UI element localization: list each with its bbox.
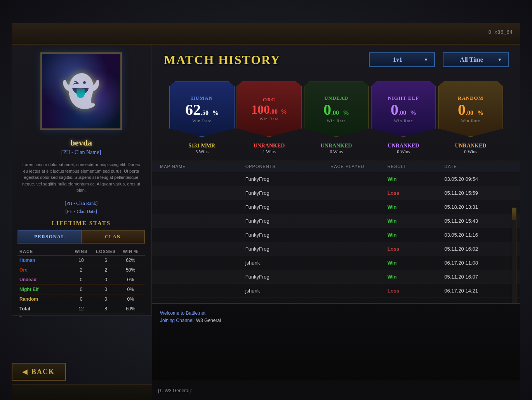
col-race-played: RACE PLAYED — [330, 164, 387, 169]
match-map — [160, 232, 245, 238]
losses-cell: 0 — [94, 277, 118, 282]
match-race — [330, 218, 387, 224]
match-date: 05.11.20 16:07 — [444, 274, 513, 280]
stats-rows-container: Human 10 6 62% Orc 2 2 50% Undead 0 0 0%… — [17, 256, 145, 314]
col-map: MAP NAME — [160, 164, 245, 169]
banner-rate-decimal: .00 — [270, 108, 278, 115]
chat-text: Welcome to Battle.net Joining Channel: W… — [152, 304, 520, 330]
tab-clan[interactable]: CLAN — [81, 230, 144, 243]
banner-pct-symbol: % — [343, 109, 349, 116]
version-label: 0 x86_64 — [488, 29, 513, 35]
banner-win-label: Win Rate — [327, 118, 346, 123]
right-panel: MATCH HISTORY 1v1 ▼ All Time ▼ HUMAN 62.… — [152, 45, 520, 316]
losses-cell: 6 — [94, 258, 118, 263]
banner-rate-decimal: .00 — [466, 109, 473, 116]
player-name: bevda — [12, 138, 151, 148]
winpct-cell: 62% — [118, 258, 143, 263]
scrollbar-thumb[interactable] — [512, 208, 516, 220]
player-bio: Lorem ipsum dolor sit amet, consectetur … — [12, 156, 151, 199]
match-map — [160, 218, 245, 224]
match-result: Win — [388, 274, 444, 280]
chat-input-bar: [1. W3 General]: — [152, 381, 520, 400]
losses-cell: 0 — [94, 296, 118, 302]
wins-cell: 2 — [69, 267, 94, 273]
match-race — [330, 260, 387, 266]
match-opponent: FunkyFrog — [245, 176, 331, 182]
left-panel: 👻 bevda [PH - Clan Name] Lorem ipsum dol… — [12, 45, 151, 316]
match-result: Loss — [388, 288, 444, 294]
clan-rank: [PH - Clan Rank] — [12, 199, 151, 208]
race-cell: Night Elf — [19, 287, 69, 292]
banner-rate-big: 62.50 % — [185, 101, 219, 118]
tab-personal[interactable]: PERSONAL — [18, 230, 81, 243]
match-list-header: MAP NAME OPPONENTS RACE PLAYED RESULT DA… — [152, 161, 520, 172]
match-opponent: FunkyFrog — [245, 204, 331, 210]
banner-random: RANDOM 0.00 % Win Rate — [438, 81, 503, 137]
wins-cell: 0 — [69, 296, 94, 302]
clan-info: [PH - Clan Rank] [PH - Clan Date] — [12, 199, 151, 216]
avatar-inner: 👻 — [42, 54, 120, 128]
table-row: FunkyFrog Win 05.18.20 13:31 — [152, 200, 520, 214]
match-map — [160, 190, 245, 196]
rank-mmr: 5131 MMR — [169, 143, 235, 149]
banner-rate-big: 0.00 % — [458, 101, 483, 118]
rank-wins: 0 Wins — [438, 149, 503, 155]
col-race: RACE — [19, 249, 69, 254]
banner-rate-big: 100.00 % — [251, 103, 287, 116]
match-map — [160, 246, 245, 252]
table-row: FunkyFrog Win 05.11.20 15:43 — [152, 214, 520, 228]
table-row: Random 0 0 0% — [17, 294, 145, 304]
race-banners: HUMAN 62.50 % Win Rate ORC 100.00 % Win … — [152, 75, 520, 143]
col-date: DATE — [444, 164, 513, 169]
chat-channel-label: Joining Channel: — [160, 318, 195, 323]
stats-table: RACE WINS LOSSES WIN % Human 10 6 62% Or… — [12, 248, 151, 314]
match-history-title: MATCH HISTORY — [164, 53, 361, 67]
race-cell: Undead — [19, 277, 69, 282]
back-button[interactable]: ◀ BACK — [12, 363, 66, 381]
losses-cell: 0 — [94, 287, 118, 292]
table-row: FunkyFrog Win 03.05.20 09:54 — [152, 172, 520, 186]
table-row: FunkyFrog Loss 05.11.20 15:59 — [152, 186, 520, 200]
match-map — [160, 176, 245, 182]
player-clan: [PH - Clan Name] — [12, 149, 151, 156]
banner-win-label: Win Rate — [461, 118, 480, 123]
top-bar: 0 x86_64 — [12, 23, 520, 45]
banner-pct-symbol: % — [410, 109, 416, 116]
banner-race-name: UNDEAD — [324, 95, 348, 101]
rank-wins: 0 Wins — [304, 149, 369, 155]
match-result: Win — [388, 232, 444, 238]
rank-block: UNRANKED 0 Wins — [304, 143, 369, 155]
race-cell: Random — [19, 296, 69, 302]
match-opponent: jshunk — [245, 288, 331, 294]
banner-rate-big: 0.00 % — [323, 101, 349, 118]
dropdown-time[interactable]: All Time ▼ — [443, 52, 509, 67]
table-row: jshunk Loss 06.17.20 14:21 — [152, 284, 520, 298]
chat-channel-line: Joining Channel: W3 General — [160, 317, 513, 324]
chat-area: Welcome to Battle.net Joining Channel: W… — [152, 303, 520, 381]
dropdown-time-label: All Time — [449, 56, 494, 63]
match-date: 06.17.20 14:21 — [444, 288, 513, 294]
match-map — [160, 274, 245, 280]
rank-mmr: UNRANKED — [438, 143, 503, 149]
match-rows-container: FunkyFrog Win 03.05.20 09:54 FunkyFrog L… — [152, 172, 520, 298]
match-race — [330, 204, 387, 210]
match-map — [160, 204, 245, 210]
rank-info: 5131 MMR 5 Wins UNRANKED 1 Wins UNRANKED… — [152, 143, 520, 161]
banner-win-label: Win Rate — [259, 116, 278, 121]
table-row: Human 10 6 62% — [17, 256, 145, 265]
lifetime-stats-label: LIFETIME STATS — [12, 220, 151, 227]
banner-undead: UNDEAD 0.00 % Win Rate — [304, 81, 369, 137]
match-race — [330, 274, 387, 280]
rank-block: 5131 MMR 5 Wins — [169, 143, 235, 155]
match-map — [160, 260, 245, 266]
col-wins: WINS — [69, 249, 94, 254]
back-icon: ◀ — [22, 367, 28, 376]
chat-input[interactable] — [194, 388, 515, 393]
dropdown-mode[interactable]: 1v1 ▼ — [369, 52, 435, 67]
race-cell: Total — [19, 306, 69, 312]
table-row: jshunk Win 06.17.20 11:08 — [152, 256, 520, 270]
wins-cell: 12 — [69, 306, 94, 312]
match-date: 05.11.20 16:02 — [444, 246, 513, 252]
banner-win-label: Win Rate — [394, 118, 413, 123]
wins-cell: 0 — [69, 287, 94, 292]
